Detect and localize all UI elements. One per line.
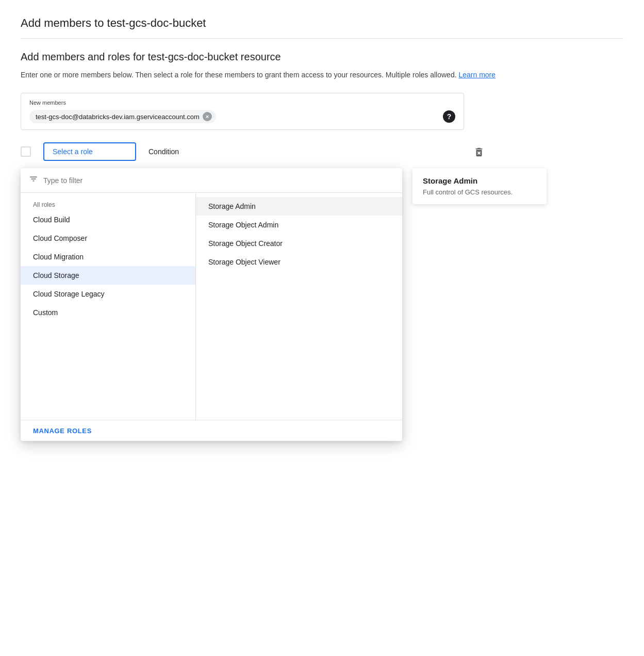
condition-label: Condition — [148, 142, 179, 156]
select-role-button[interactable]: Select a role — [43, 142, 136, 161]
left-item-custom[interactable]: Custom — [21, 303, 195, 322]
left-item-cloud-storage[interactable]: Cloud Storage — [21, 266, 195, 285]
right-item-storage-object-creator[interactable]: Storage Object Creator — [196, 234, 402, 253]
dropdown-body: All roles Cloud Build Cloud Composer Clo… — [21, 193, 402, 420]
left-panel: All roles Cloud Build Cloud Composer Clo… — [21, 193, 196, 420]
chip-close-button[interactable]: × — [203, 112, 212, 121]
left-item-cloud-composer[interactable]: Cloud Composer — [21, 229, 195, 248]
section-title: Add members and roles for test-gcs-doc-b… — [21, 51, 623, 63]
tooltip-description: Full control of GCS resources. — [423, 188, 536, 196]
members-input-row: test-gcs-doc@databricks-dev.iam.gservice… — [29, 110, 455, 123]
description: Enter one or more members below. Then se… — [21, 69, 623, 80]
left-item-cloud-migration[interactable]: Cloud Migration — [21, 248, 195, 266]
help-icon-button[interactable]: ? — [443, 110, 455, 123]
filter-row — [21, 168, 402, 193]
delete-role-button[interactable] — [473, 142, 485, 160]
members-field-wrapper: New members test-gcs-doc@databricks-dev.… — [21, 93, 464, 130]
page-title: Add members to test-gcs-doc-bucket — [21, 17, 623, 39]
chip-email: test-gcs-doc@databricks-dev.iam.gservice… — [36, 113, 200, 121]
left-panel-header: All roles — [21, 197, 195, 210]
right-item-storage-admin[interactable]: Storage Admin — [196, 197, 402, 216]
role-row: Select a role Condition — [21, 142, 485, 161]
dropdown-footer: MANAGE ROLES — [21, 420, 402, 441]
tooltip-card: Storage Admin Full control of GCS resour… — [412, 168, 547, 204]
member-chip: test-gcs-doc@databricks-dev.iam.gservice… — [29, 110, 216, 123]
right-item-storage-object-viewer[interactable]: Storage Object Viewer — [196, 253, 402, 271]
filter-input[interactable] — [43, 176, 394, 185]
role-dropdown: All roles Cloud Build Cloud Composer Clo… — [21, 168, 402, 441]
filter-icon — [29, 174, 38, 186]
left-item-cloud-build[interactable]: Cloud Build — [21, 210, 195, 229]
tooltip-title: Storage Admin — [423, 176, 536, 185]
members-label: New members — [29, 100, 455, 106]
right-item-storage-object-admin[interactable]: Storage Object Admin — [196, 216, 402, 234]
right-panel: Storage Admin Storage Object Admin Stora… — [196, 193, 402, 420]
manage-roles-button[interactable]: MANAGE ROLES — [33, 427, 92, 435]
role-checkbox[interactable] — [21, 146, 31, 157]
role-section: Select a role Condition All roles Cloud … — [21, 142, 623, 161]
left-item-cloud-storage-legacy[interactable]: Cloud Storage Legacy — [21, 285, 195, 303]
learn-more-link[interactable]: Learn more — [458, 71, 496, 79]
